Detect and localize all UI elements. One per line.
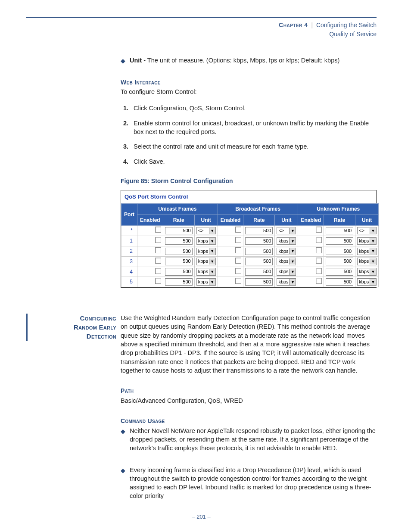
checkbox[interactable] (155, 247, 161, 253)
unit-cell: kbps▼ (194, 236, 218, 246)
header-rule (26, 17, 377, 18)
rate-cell: 500 (243, 277, 275, 287)
step-item: Select the control rate and unit of meas… (130, 142, 377, 151)
unit-select[interactable]: kbps▼ (277, 237, 296, 245)
checkbox[interactable] (235, 258, 241, 264)
checkbox[interactable] (155, 278, 161, 284)
checkbox[interactable] (155, 227, 161, 233)
col-group-unicast: Unicast Frames (137, 203, 218, 215)
enabled-cell (137, 236, 163, 246)
enabled-cell (298, 267, 324, 277)
unit-select[interactable]: <>▼ (277, 227, 296, 234)
rate-input[interactable]: 500 (326, 227, 353, 234)
unit-select[interactable]: kbps▼ (196, 268, 216, 275)
rate-input[interactable]: 500 (165, 268, 193, 275)
checkbox[interactable] (155, 258, 161, 264)
rate-input[interactable]: 500 (326, 258, 353, 265)
table-row: 3500kbps▼500kbps▼500kbps▼ (121, 256, 379, 267)
rate-input[interactable]: 500 (245, 258, 273, 265)
rate-cell: 500 (243, 267, 275, 277)
unit-cell: <>▼ (355, 226, 379, 236)
unit-select[interactable]: kbps▼ (277, 278, 296, 286)
unit-select[interactable]: kbps▼ (277, 268, 296, 275)
steps-list: Click Configuration, QoS, Storm Control.… (121, 104, 377, 165)
checkbox[interactable] (235, 247, 241, 253)
rate-input[interactable]: 500 (326, 248, 353, 255)
enabled-cell (298, 226, 324, 236)
unit-cell: kbps▼ (355, 267, 379, 277)
enabled-cell (137, 226, 163, 236)
chevron-down-icon: ▼ (370, 228, 376, 234)
col-enabled: Enabled (298, 215, 324, 226)
unit-select[interactable]: kbps▼ (357, 268, 377, 275)
unit-select[interactable]: kbps▼ (357, 258, 377, 265)
usage-text: Every incoming frame is classified into … (130, 466, 377, 501)
rate-input[interactable]: 500 (326, 278, 353, 286)
checkbox[interactable] (316, 268, 322, 274)
rate-input[interactable]: 500 (245, 237, 273, 245)
unit-cell: kbps▼ (355, 236, 379, 246)
unit-select[interactable]: <>▼ (196, 227, 216, 234)
unit-select[interactable]: kbps▼ (277, 248, 296, 255)
unit-select[interactable]: kbps▼ (357, 237, 377, 245)
header-separator: | (311, 22, 313, 28)
col-unit: Unit (194, 215, 218, 226)
checkbox[interactable] (235, 237, 241, 243)
checkbox[interactable] (316, 237, 322, 243)
unit-select[interactable]: kbps▼ (196, 278, 216, 286)
rate-input[interactable]: 500 (165, 258, 193, 265)
unit-select[interactable]: kbps▼ (196, 237, 216, 245)
usage-bullet: ◆ Every incoming frame is classified int… (121, 466, 377, 501)
checkbox[interactable] (235, 227, 241, 233)
unit-select[interactable]: kbps▼ (196, 258, 216, 265)
unit-cell: kbps▼ (275, 256, 298, 267)
enabled-cell (218, 246, 243, 256)
rate-input[interactable]: 500 (245, 278, 273, 286)
page-number: – 201 – (26, 513, 377, 520)
chevron-down-icon: ▼ (370, 258, 376, 264)
checkbox[interactable] (316, 278, 322, 284)
col-group-broadcast: Broadcast Frames (218, 203, 298, 215)
unit-select[interactable]: <>▼ (357, 227, 377, 234)
unit-select[interactable]: kbps▼ (277, 258, 296, 265)
checkbox[interactable] (155, 268, 161, 274)
rate-cell: 500 (163, 256, 194, 267)
unit-select[interactable]: kbps▼ (357, 248, 377, 255)
checkbox[interactable] (316, 258, 322, 264)
rate-input[interactable]: 500 (245, 268, 273, 275)
rate-input[interactable]: 500 (245, 227, 273, 234)
unit-select[interactable]: kbps▼ (357, 278, 377, 286)
checkbox[interactable] (235, 268, 241, 274)
checkbox[interactable] (155, 237, 161, 243)
rate-cell: 500 (243, 256, 275, 267)
rate-input[interactable]: 500 (165, 248, 193, 255)
rate-input[interactable]: 500 (165, 278, 193, 286)
rate-input[interactable]: 500 (245, 248, 273, 255)
unit-bullet: ◆ Unit - The unit of measure. (Options: … (121, 56, 377, 65)
rate-input[interactable]: 500 (326, 268, 353, 275)
rate-cell: 500 (163, 246, 194, 256)
red-body: Use the Weighted Random Early Detection … (121, 314, 377, 375)
web-interface-intro: To configure Storm Control: (121, 87, 377, 96)
col-enabled: Enabled (218, 215, 243, 226)
rate-input[interactable]: 500 (165, 227, 193, 234)
usage-bullet: ◆ Neither Novell NetWare nor AppleTalk r… (121, 426, 377, 453)
unit-cell: <>▼ (275, 226, 298, 236)
chevron-down-icon: ▼ (289, 228, 296, 234)
chapter-label: Chapter 4 (279, 22, 308, 28)
path-text: Basic/Advanced Configuration, QoS, WRED (121, 396, 377, 405)
side-title-line: Random Early (74, 324, 116, 331)
rate-input[interactable]: 500 (326, 237, 353, 245)
col-unit: Unit (275, 215, 298, 226)
enabled-cell (218, 256, 243, 267)
checkbox[interactable] (316, 247, 322, 253)
col-rate: Rate (324, 215, 355, 226)
checkbox[interactable] (316, 227, 322, 233)
port-cell: 1 (121, 236, 137, 246)
step-item: Click Configuration, QoS, Storm Control. (130, 104, 377, 112)
enabled-cell (218, 277, 243, 287)
rate-input[interactable]: 500 (165, 237, 193, 245)
unit-select[interactable]: kbps▼ (196, 248, 216, 255)
port-cell: 4 (121, 267, 137, 277)
checkbox[interactable] (235, 278, 241, 284)
